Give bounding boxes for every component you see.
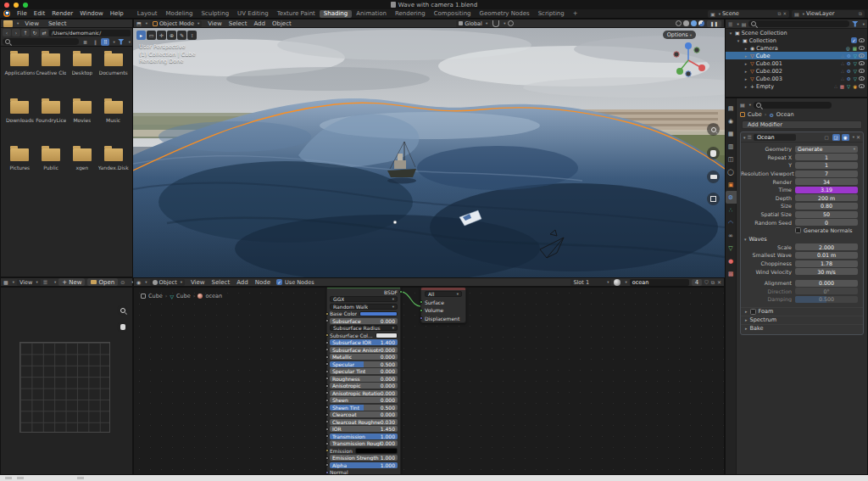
value-slider[interactable]: Metallic0.000 — [330, 354, 398, 360]
field-value[interactable]: 30 m/s — [795, 268, 858, 275]
new-scene-icon[interactable]: ⧉ — [777, 11, 781, 17]
shader-menu-node[interactable]: Node — [252, 279, 274, 286]
use-nodes-checkbox[interactable]: ✓ — [276, 279, 282, 285]
value-slider[interactable]: Roughness0.000 — [330, 376, 398, 382]
node-row-emission[interactable]: Emission — [327, 447, 400, 455]
shader-node-canvas[interactable]: Cube› ▽ Cube› ocean BSDF GGX▾Random Walk… — [133, 287, 725, 475]
waves-section-header[interactable]: ▾Waves — [741, 235, 863, 243]
field-value[interactable]: 7 — [795, 171, 858, 177]
properties-tab-constraints[interactable]: ∞ — [726, 229, 737, 242]
workspace-tab-sculpting[interactable]: Sculpting — [197, 10, 233, 18]
input-socket[interactable] — [326, 413, 329, 417]
color-swatch[interactable] — [376, 333, 398, 338]
outliner-search-input[interactable] — [748, 20, 849, 27]
outliner-filter-icon[interactable] — [852, 21, 859, 27]
properties-tab-material[interactable]: ● — [726, 254, 737, 267]
input-socket[interactable] — [326, 449, 329, 452]
zoom-icon[interactable] — [707, 123, 720, 136]
select-box-tool-icon[interactable]: ▭ — [147, 31, 156, 40]
shader-menu-view[interactable]: View — [187, 279, 209, 286]
outliner-row-cube[interactable]: ▸▽Cube∴⚙▽ — [726, 52, 867, 59]
node-row-sheen[interactable]: Sheen0.000 — [327, 397, 400, 405]
properties-tab-texture[interactable]: ▩ — [726, 267, 737, 280]
file-browser-editor-icon[interactable] — [3, 20, 13, 27]
browse-material-icon[interactable] — [614, 279, 620, 286]
input-socket[interactable] — [326, 384, 329, 388]
material-name-field[interactable]: ocean — [630, 279, 689, 286]
node-row-base-color[interactable]: Base Color — [327, 310, 400, 318]
expand-icon[interactable]: ▾ — [743, 135, 746, 140]
section-spectrum[interactable]: ▸Spectrum — [741, 316, 863, 324]
input-socket[interactable] — [326, 399, 329, 402]
fake-user-shield-icon[interactable]: ⛉ — [704, 279, 709, 286]
breadcrumb-object[interactable]: Cube — [748, 111, 762, 118]
display-horizontal-list-button[interactable]: ∥ — [91, 38, 99, 46]
folder-item[interactable]: xgen — [67, 148, 97, 196]
output-input-volume[interactable]: Volume — [421, 306, 465, 315]
viewport-editor-icon[interactable]: ⬒ — [136, 20, 142, 26]
value-slider[interactable]: Clearcoat Roughness0.030 — [330, 419, 398, 425]
realtime-toggle-icon[interactable]: ◲ — [832, 134, 840, 141]
outliner-row-cube-001[interactable]: ▸▽Cube.001∴⚙▽ — [726, 59, 867, 67]
node-row-clearcoat[interactable]: Clearcoat0.000 — [327, 411, 400, 419]
node-row-subsurface-anisotropy[interactable]: Subsurface Anisotropy0.000 — [327, 346, 400, 354]
render-toggle-icon[interactable]: ◉ — [842, 134, 849, 141]
refresh-button[interactable]: ↻ — [31, 29, 39, 36]
back-button[interactable]: ‹ — [3, 29, 11, 36]
blender-logo-icon[interactable] — [3, 10, 10, 17]
node-row-subsurface[interactable]: Subsurface0.000 — [327, 317, 400, 325]
expand-icon[interactable]: ▸ — [743, 53, 748, 59]
path-field[interactable]: /Users/demomanic/ — [49, 30, 131, 36]
principled-bsdf-node[interactable]: BSDF GGX▾Random Walk▾Base ColorSubsurfac… — [326, 287, 401, 475]
generate-normals-checkbox[interactable] — [795, 227, 801, 233]
section-foam[interactable]: ▸Foam — [741, 307, 863, 316]
node-row-specular-tint[interactable]: Specular Tint0.000 — [327, 368, 400, 376]
hide-viewport-eye-icon[interactable] — [859, 46, 865, 50]
hide-viewport-eye-icon[interactable] — [859, 69, 865, 73]
display-vertical-list-button[interactable]: ≣ — [81, 38, 89, 46]
viewport-3d[interactable]: ▸▭✛⊕✎⟟ User Perspective (1) Collection |… — [133, 28, 725, 277]
file-browser-menu-select[interactable]: Select — [45, 20, 70, 27]
properties-tab-view-layer[interactable]: ▥ — [726, 140, 737, 153]
properties-tab-output[interactable]: ▦ — [726, 127, 737, 140]
expand-icon[interactable]: ▸ — [743, 61, 748, 66]
new-material-icon[interactable]: ⧉ — [711, 279, 715, 286]
node-row-anisotropic-rotation[interactable]: Anisotropic Rotation0.000 — [327, 389, 400, 397]
node-row-subsurface-ior[interactable]: Subsurface IOR1.400 — [327, 339, 400, 347]
outliner-display-icon[interactable]: ▤ — [742, 21, 747, 27]
tweak-select-tool-icon[interactable]: ▸ — [136, 31, 146, 40]
folder-item[interactable]: Desktop — [67, 53, 97, 101]
camera-view-icon[interactable] — [707, 171, 720, 183]
shader-editor-icon[interactable]: ◉ — [136, 279, 141, 285]
proportional-editing-icon[interactable] — [508, 20, 514, 26]
collapsed-menus-icon[interactable]: ☰ — [43, 279, 47, 285]
field-value[interactable]: 0° — [795, 288, 858, 294]
transform-orientation-dropdown[interactable]: Global▾ — [456, 20, 490, 27]
outliner-row-cube-002[interactable]: ▸▽Cube.002∴⚙▽ — [726, 67, 867, 75]
properties-editor-icon[interactable]: ▤ — [740, 102, 745, 108]
wireframe-shading-icon[interactable] — [676, 20, 682, 26]
value-slider[interactable]: Sheen0.000 — [330, 397, 398, 403]
input-socket[interactable] — [326, 312, 329, 316]
unlink-scene-icon[interactable]: ✕ — [782, 11, 787, 16]
expand-icon[interactable]: ▸ — [743, 84, 748, 89]
hide-viewport-eye-icon[interactable] — [859, 76, 865, 81]
input-socket[interactable] — [326, 370, 329, 373]
solid-shading-icon[interactable] — [683, 20, 689, 26]
outliner-row-camera[interactable]: ▸◉Camera◎▦ — [726, 44, 867, 52]
properties-tab-physics[interactable]: ◠ — [726, 216, 737, 229]
toggle-ortho-icon[interactable] — [707, 193, 720, 205]
properties-tab-particles[interactable]: ∴ — [726, 204, 737, 216]
input-socket[interactable] — [326, 434, 329, 438]
rendered-shading-icon[interactable] — [698, 20, 704, 26]
node-row-ior[interactable]: IOR1.450 — [327, 426, 400, 433]
normal-socket[interactable] — [326, 471, 329, 474]
node-row-normal[interactable]: Normal — [327, 469, 400, 476]
cursor-tool-icon[interactable]: ✛ — [157, 31, 166, 40]
input-socket[interactable] — [420, 316, 423, 320]
folder-item[interactable]: Movies — [67, 101, 97, 148]
menu-render[interactable]: Render — [48, 10, 76, 17]
pin-icon[interactable]: ⊙ — [120, 279, 125, 285]
outliner-row-cube-003[interactable]: ▸▽Cube.003∴⚙▽ — [726, 75, 867, 82]
field-value[interactable]: 0.01 m — [795, 252, 858, 259]
